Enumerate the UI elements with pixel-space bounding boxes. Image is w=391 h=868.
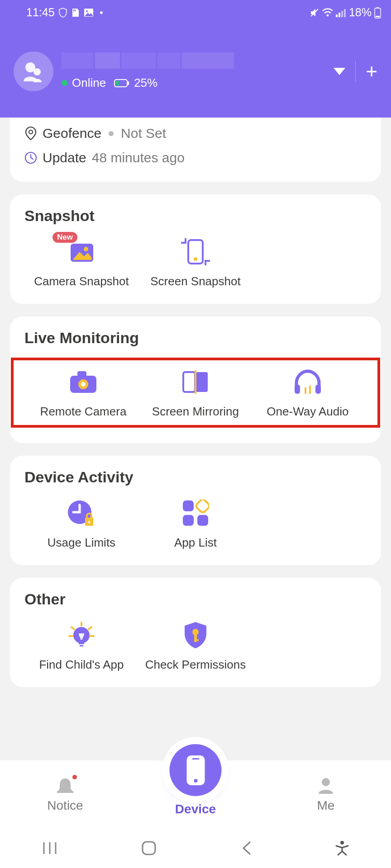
svg-point-54 (322, 778, 330, 786)
app-list-button[interactable]: App List (138, 497, 253, 550)
bell-icon (55, 776, 75, 796)
svg-rect-12 (376, 16, 380, 17)
section-title-live: Live Monitoring (24, 329, 367, 347)
phone-icon (186, 755, 205, 786)
section-title-other: Other (24, 590, 367, 608)
profile-name-redacted (62, 52, 238, 73)
device-switch-dropdown[interactable] (334, 68, 345, 75)
battery-percent: 18% (349, 6, 372, 19)
svg-rect-1 (75, 9, 76, 11)
item-label: App List (174, 536, 217, 550)
check-permissions-button[interactable]: Check Permissions (138, 619, 253, 672)
geofence-label: Geofence (43, 126, 101, 141)
online-label: Online (72, 76, 106, 90)
home-icon[interactable] (141, 840, 157, 856)
svg-rect-29 (196, 372, 208, 392)
section-title-snapshot: Snapshot (24, 207, 367, 225)
svg-rect-39 (197, 515, 208, 526)
avatar[interactable] (14, 52, 53, 91)
person-icon (316, 776, 336, 796)
wifi-icon (322, 8, 334, 18)
notification-dot-icon (72, 775, 77, 779)
accessibility-icon[interactable] (335, 840, 349, 856)
system-nav-bar (0, 828, 391, 868)
nav-device-circle[interactable] (170, 744, 222, 796)
svg-rect-50 (57, 791, 73, 793)
svg-rect-37 (183, 500, 194, 511)
svg-rect-7 (339, 13, 340, 17)
divider (355, 61, 356, 82)
picture-icon (68, 240, 95, 264)
camera-snapshot-button[interactable]: New Camera Snapshot (24, 236, 138, 288)
item-label: Screen Snapshot (150, 274, 240, 288)
svg-rect-35 (309, 386, 311, 394)
device-battery-pct: 25% (134, 76, 157, 90)
status-bar: 11:45 18% (0, 0, 391, 25)
nav-device[interactable]: Device (130, 772, 261, 816)
nav-me[interactable]: Me (261, 776, 391, 813)
find-childs-app-button[interactable]: Find Child's App (24, 619, 138, 672)
device-activity-card: Device Activity Usage Limits App List (10, 456, 381, 565)
screen-mirroring-button[interactable]: Screen Mirroring (139, 366, 252, 419)
item-label: Screen Mirroring (152, 405, 239, 419)
svg-rect-6 (336, 14, 338, 17)
svg-line-43 (72, 627, 74, 629)
highlighted-area: Remote Camera Screen Mirroring One-Way A… (11, 358, 380, 428)
svg-point-5 (327, 14, 329, 16)
svg-rect-31 (195, 370, 196, 394)
bottom-nav: Notice Device Me (0, 760, 391, 828)
recents-icon[interactable] (42, 841, 57, 855)
shield-icon (58, 8, 67, 18)
svg-rect-0 (73, 9, 74, 11)
svg-rect-32 (295, 385, 300, 394)
screen-snapshot-button[interactable]: Screen Snapshot (138, 236, 253, 288)
online-dot-icon (62, 80, 67, 86)
nav-notice[interactable]: Notice (0, 776, 130, 813)
svg-rect-40 (195, 500, 209, 514)
headphones-icon (293, 369, 323, 395)
svg-rect-11 (377, 7, 379, 8)
update-value: 48 minutes ago (92, 150, 185, 165)
svg-rect-9 (344, 9, 346, 17)
item-label: Usage Limits (48, 536, 115, 550)
live-monitoring-card: Live Monitoring Remote Camera Screen Mir… (10, 316, 381, 443)
usage-limits-button[interactable]: Usage Limits (24, 497, 138, 550)
dot-icon (100, 11, 103, 14)
mirror-icon (181, 370, 210, 394)
svg-line-44 (89, 627, 91, 629)
lightbulb-icon (67, 621, 96, 650)
svg-rect-33 (315, 385, 321, 394)
section-title-activity: Device Activity (24, 468, 367, 486)
svg-rect-58 (143, 842, 155, 854)
nav-label: Me (317, 798, 335, 813)
svg-rect-8 (341, 11, 343, 17)
item-label: Remote Camera (40, 405, 127, 419)
svg-point-28 (81, 382, 86, 387)
svg-point-22 (84, 247, 88, 251)
nav-label: Device (175, 802, 216, 816)
location-pin-icon (24, 126, 37, 141)
geofence-row[interactable]: Geofence Not Set (24, 121, 367, 146)
item-label: Check Permissions (145, 658, 246, 672)
profile-info: Online 25% (62, 52, 334, 90)
svg-rect-38 (183, 515, 194, 526)
snapshot-card: Snapshot New Camera Snapshot Screen Snap… (10, 194, 381, 304)
battery-icon (374, 7, 381, 19)
svg-point-14 (33, 68, 41, 75)
new-badge: New (52, 232, 77, 243)
remote-camera-button[interactable]: Remote Camera (27, 366, 139, 419)
app-header: 11:45 18% (0, 0, 391, 118)
sdcard-icon (71, 8, 80, 18)
signal-icon (335, 8, 346, 18)
battery-small-icon (114, 79, 129, 88)
svg-rect-26 (77, 371, 86, 377)
update-row[interactable]: Update 48 minutes ago (24, 146, 367, 170)
back-icon[interactable] (241, 840, 252, 856)
one-way-audio-button[interactable]: One-Way Audio (252, 366, 364, 419)
svg-point-3 (86, 10, 88, 12)
app-grid-icon (182, 500, 209, 527)
item-label: One-Way Audio (267, 405, 348, 419)
add-device-button[interactable]: + (366, 61, 377, 81)
other-card: Other Find Child's App Check Permissions (10, 578, 381, 687)
svg-point-18 (29, 130, 33, 134)
